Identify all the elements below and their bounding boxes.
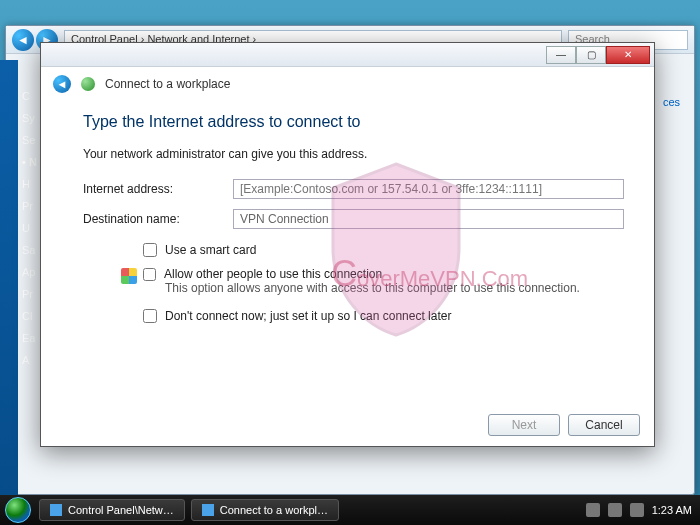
cancel-button[interactable]: Cancel bbox=[568, 414, 640, 436]
page-headline: Type the Internet address to connect to bbox=[83, 113, 624, 131]
connect-later-checkbox[interactable] bbox=[143, 309, 157, 323]
tray-icon[interactable] bbox=[586, 503, 600, 517]
taskbar: Control Panel\Netw… Connect to a workpl…… bbox=[0, 495, 700, 525]
globe-icon bbox=[81, 77, 95, 91]
sidebar-items: CSySe • N HPrU SaApPr ClEaA bbox=[22, 85, 37, 371]
wizard-back-icon[interactable]: ◄ bbox=[53, 75, 71, 93]
next-button[interactable]: Next bbox=[488, 414, 560, 436]
maximize-button[interactable]: ▢ bbox=[576, 46, 606, 64]
connect-later-label: Don't connect now; just set it up so I c… bbox=[165, 309, 451, 323]
allow-others-subtext: This option allows anyone with access to… bbox=[165, 281, 580, 295]
smartcard-label: Use a smart card bbox=[165, 243, 256, 257]
admin-note: Your network administrator can give you … bbox=[83, 147, 624, 161]
wizard-dialog: — ▢ ✕ ◄ Connect to a workplace Type the … bbox=[40, 42, 655, 447]
window-icon bbox=[50, 504, 62, 516]
volume-icon[interactable] bbox=[630, 503, 644, 517]
internet-address-label: Internet address: bbox=[83, 182, 233, 196]
clock[interactable]: 1:23 AM bbox=[652, 504, 692, 516]
allow-others-checkbox[interactable] bbox=[143, 268, 156, 281]
allow-others-label: Allow other people to use this connectio… bbox=[164, 267, 382, 281]
destination-name-label: Destination name: bbox=[83, 212, 233, 226]
sidebar-strip bbox=[0, 60, 18, 525]
shield-icon bbox=[121, 268, 137, 284]
link-ces[interactable]: ces bbox=[663, 96, 680, 108]
dialog-header: ◄ Connect to a workplace bbox=[41, 67, 654, 101]
taskbar-item-connect[interactable]: Connect to a workpl… bbox=[191, 499, 339, 521]
close-button[interactable]: ✕ bbox=[606, 46, 650, 64]
internet-address-input[interactable] bbox=[233, 179, 624, 199]
back-button[interactable]: ◄ bbox=[12, 29, 34, 51]
taskbar-item-control-panel[interactable]: Control Panel\Netw… bbox=[39, 499, 185, 521]
start-button[interactable] bbox=[0, 495, 36, 525]
system-tray: 1:23 AM bbox=[578, 503, 700, 517]
minimize-button[interactable]: — bbox=[546, 46, 576, 64]
smartcard-checkbox[interactable] bbox=[143, 243, 157, 257]
dialog-title: Connect to a workplace bbox=[105, 77, 230, 91]
window-icon bbox=[202, 504, 214, 516]
tray-icon[interactable] bbox=[608, 503, 622, 517]
dialog-titlebar: — ▢ ✕ bbox=[41, 43, 654, 67]
destination-name-input[interactable] bbox=[233, 209, 624, 229]
